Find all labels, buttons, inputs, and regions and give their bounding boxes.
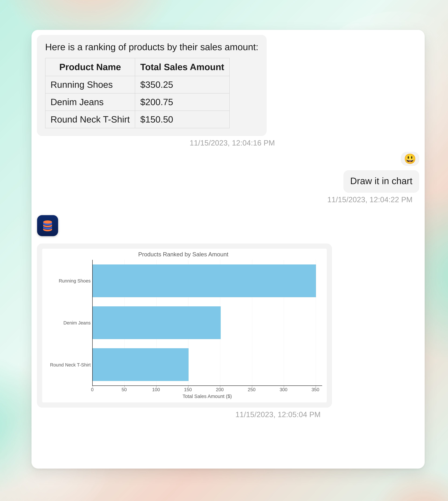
message-bubble: Here is a ranking of products by their s… (37, 35, 267, 136)
table-header-cell: Product Name (45, 58, 135, 76)
message-timestamp: 11/15/2023, 12:05:04 PM (235, 410, 320, 419)
timestamp-row: 11/15/2023, 12:05:04 PM (37, 407, 419, 419)
table-cell: $200.75 (135, 93, 229, 111)
chart-plot-area: Running Shoes Denim Jeans Round Neck T-S… (45, 260, 322, 386)
chart-y-tick-label: Running Shoes (59, 278, 91, 284)
table-cell: $150.50 (135, 111, 229, 128)
table-cell: Round Neck T-Shirt (45, 111, 135, 128)
assistant-avatar-row (37, 215, 419, 236)
chart-x-tick-label: 0 (91, 387, 94, 392)
chart-y-tick-label: Round Neck T-Shirt (50, 362, 91, 368)
table-row: Round Neck T-Shirt $150.50 (45, 111, 229, 128)
chart-x-tick-label: 350 (311, 387, 319, 392)
message-bubble: 😃 (401, 152, 419, 166)
chart-x-tick-label: 150 (184, 387, 192, 392)
sales-table: Product Name Total Sales Amount Running … (45, 58, 230, 128)
chart-y-labels: Running Shoes Denim Jeans Round Neck T-S… (45, 260, 92, 386)
table-row: Denim Jeans $200.75 (45, 93, 229, 111)
chart-x-labels: 050100150200250300350 (92, 386, 322, 393)
message-timestamp: 11/15/2023, 12:04:22 PM (327, 195, 413, 204)
chart-title: Products Ranked by Sales Amount (45, 251, 322, 258)
assistant-message-1: Here is a ranking of products by their s… (37, 35, 419, 136)
message-bubble: Products Ranked by Sales Amount Running … (37, 244, 332, 407)
chart-bar (93, 264, 316, 297)
user-message: Draw it in chart (37, 170, 419, 193)
chart-plot (92, 260, 322, 386)
svg-point-0 (43, 220, 52, 224)
table-row: Running Shoes $350.25 (45, 76, 229, 93)
message-text: Here is a ranking of products by their s… (45, 42, 258, 52)
chart-x-tick-label: 300 (280, 387, 288, 392)
table-header-row: Product Name Total Sales Amount (45, 58, 229, 76)
message-timestamp: 11/15/2023, 12:04:16 PM (190, 139, 275, 147)
chart-x-tick-label: 200 (216, 387, 224, 392)
chart-x-tick-label: 50 (122, 387, 127, 392)
assistant-avatar (37, 215, 58, 236)
chart-bar (93, 348, 189, 381)
chart-x-tick-label: 250 (248, 387, 256, 392)
message-bubble: Draw it in chart (344, 170, 419, 193)
chart-x-tick-label: 100 (152, 387, 160, 392)
timestamp-row: 11/15/2023, 12:04:16 PM (37, 136, 419, 147)
table-header-cell: Total Sales Amount (135, 58, 229, 76)
user-emoji-row: 😃 (37, 152, 419, 166)
chart-y-tick-label: Denim Jeans (64, 320, 91, 325)
table-cell: Denim Jeans (45, 93, 135, 111)
database-stack-icon (41, 219, 54, 232)
timestamp-row: 11/15/2023, 12:04:22 PM (37, 193, 419, 204)
table-cell: $350.25 (135, 76, 229, 93)
smiley-icon: 😃 (404, 153, 416, 164)
message-text: Draw it in chart (350, 176, 412, 186)
chat-card: Here is a ranking of products by their s… (32, 30, 425, 469)
chart-bar (93, 307, 221, 339)
chart-container: Products Ranked by Sales Amount Running … (42, 249, 327, 403)
assistant-message-chart: Products Ranked by Sales Amount Running … (37, 244, 419, 407)
table-cell: Running Shoes (45, 76, 135, 93)
chart-x-axis-label: Total Sales Amount ($) (92, 394, 322, 399)
